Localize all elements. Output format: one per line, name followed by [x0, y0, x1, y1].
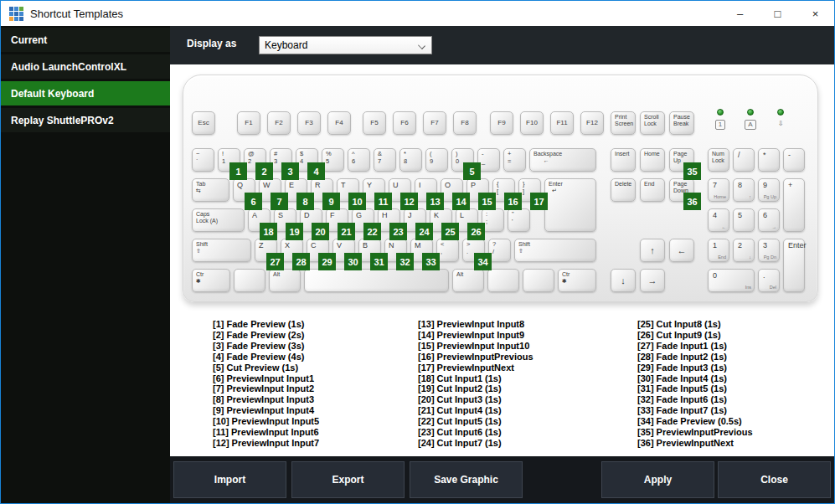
key-page-down[interactable]: Page Down36 [669, 178, 694, 202]
key-v[interactable]: V30 [332, 239, 355, 262]
key-f7[interactable]: F7 [423, 111, 446, 135]
numpad-key-blank[interactable]: .Del [758, 269, 780, 292]
key-arrow-down[interactable]: ↓ [611, 269, 636, 292]
key-arrow-right[interactable]: → [640, 269, 665, 292]
key-f9[interactable]: F9 [490, 111, 513, 135]
key-b[interactable]: B31 [358, 239, 381, 262]
display-as-dropdown[interactable]: Keyboard [259, 36, 432, 54]
key-blank[interactable]: ? / [488, 239, 511, 262]
key-f12[interactable]: F12 [580, 111, 604, 135]
sidebar-item-current[interactable]: Current [1, 28, 170, 52]
key-3[interactable]: # 33 [270, 148, 292, 172]
numpad-key-blank[interactable]: + [783, 178, 805, 232]
key-key[interactable] [487, 269, 519, 292]
key-pause-break[interactable]: Pause Break [669, 111, 694, 135]
key-print-screen[interactable]: Print Screen [611, 111, 636, 135]
key-page-up[interactable]: Page Up35 [669, 148, 694, 172]
key-f6[interactable]: F6 [393, 111, 416, 135]
key-n[interactable]: N32 [384, 239, 407, 262]
apply-button[interactable]: Apply [601, 461, 714, 498]
key-blank[interactable]: < , [436, 239, 459, 262]
key-insert[interactable]: Insert [611, 148, 636, 172]
key-blank[interactable]: " ' [508, 208, 530, 232]
key-key[interactable] [234, 269, 265, 292]
sidebar-item-replay-shuttleprov2[interactable]: Replay ShuttlePROv2 [1, 108, 170, 132]
key-key[interactable] [523, 269, 554, 292]
key-r[interactable]: R9 [311, 178, 333, 202]
key-i[interactable]: I13 [415, 178, 437, 202]
close-button[interactable]: Close [718, 461, 831, 498]
key-9[interactable]: ( 9 [425, 148, 448, 172]
key-p[interactable]: P15 [466, 178, 489, 202]
key-2[interactable]: @ 22 [244, 148, 266, 172]
save-graphic-button[interactable]: Save Graphic [410, 461, 523, 498]
key-ctr[interactable]: Ctr ✱ [192, 269, 230, 292]
key-o[interactable]: O14 [441, 178, 463, 202]
key-4[interactable]: $ 44 [296, 148, 318, 172]
key-6[interactable]: ^ 6 [348, 148, 370, 172]
key-blank[interactable]: } ]17 [518, 178, 541, 202]
key-f[interactable]: F21 [326, 208, 348, 232]
key-e[interactable]: E8 [285, 178, 307, 202]
key-d[interactable]: D20 [300, 208, 322, 232]
numpad-key-2[interactable]: 2↓ [733, 239, 755, 262]
key-s[interactable]: S19 [274, 208, 296, 232]
numpad-key-4[interactable]: 4← [708, 208, 729, 232]
key-y[interactable]: Y11 [363, 178, 385, 202]
key-alt[interactable]: Alt [452, 269, 484, 292]
export-button[interactable]: Export [291, 461, 405, 498]
key-q[interactable]: Q6 [233, 178, 255, 202]
key-arrow-up[interactable]: ↑ [640, 239, 665, 262]
key-blank[interactable]: > .34 [462, 239, 485, 262]
key-tab[interactable]: Tab ⇆ [192, 178, 229, 202]
sidebar-item-default-keyboard[interactable]: Default Keyboard [1, 81, 170, 105]
key-k[interactable]: K25 [430, 208, 452, 232]
key-caps-lock-a[interactable]: Caps Lock (A) [192, 208, 245, 232]
key-ctr[interactable]: Ctr ✱ [558, 269, 596, 292]
maximize-button[interactable]: □ [759, 1, 796, 26]
numpad-key-blank[interactable]: / [733, 148, 755, 172]
numpad-key-blank[interactable]: * [758, 148, 780, 172]
key-f8[interactable]: F8 [453, 111, 477, 135]
key-home[interactable]: Home [640, 148, 665, 172]
key-l[interactable]: L26 [456, 208, 478, 232]
key-f2[interactable]: F2 [267, 111, 291, 135]
key-c[interactable]: C29 [307, 239, 329, 262]
numpad-key-7[interactable]: 7Home [708, 178, 729, 202]
key-a[interactable]: A18 [248, 208, 271, 232]
import-button[interactable]: Import [173, 461, 286, 498]
key-key[interactable] [304, 269, 449, 292]
numpad-key-enter[interactable]: Enter [783, 239, 805, 292]
key-1[interactable]: ! 11 [218, 148, 240, 172]
key-esc[interactable]: Esc [192, 111, 215, 135]
sidebar-item-audio-launchcontrolxl[interactable]: Audio LaunchControlXL [1, 54, 170, 79]
key-u[interactable]: U12 [389, 178, 411, 202]
numpad-key-6[interactable]: 6→ [758, 208, 780, 232]
key-7[interactable]: & 7 [374, 148, 396, 172]
key-arrow-left[interactable]: ← [669, 239, 694, 262]
key-t[interactable]: T10 [337, 178, 359, 202]
key-z[interactable]: Z27 [255, 239, 277, 262]
key-blank[interactable]: + = [503, 148, 526, 172]
key-blank[interactable]: - _ [477, 148, 500, 172]
key-g[interactable]: G22 [352, 208, 374, 232]
numpad-key-blank[interactable]: - [783, 148, 805, 172]
key-8[interactable]: * 8 [399, 148, 422, 172]
key-end[interactable]: End [640, 178, 665, 202]
key-num-lock[interactable]: Num Lock [708, 148, 729, 172]
key-blank[interactable]: : ; [482, 208, 504, 232]
minimize-button[interactable]: – [721, 1, 759, 26]
close-window-button[interactable]: × [796, 1, 834, 26]
key-f5[interactable]: F5 [363, 111, 386, 135]
key-scroll-lock[interactable]: Scroll Lock [640, 111, 665, 135]
key-f4[interactable]: F4 [327, 111, 351, 135]
key-blank[interactable]: { [16 [492, 178, 515, 202]
key-shift[interactable]: Shift ⇧ [192, 239, 251, 262]
key-f11[interactable]: F11 [550, 111, 574, 135]
numpad-key-1[interactable]: 1End [708, 239, 729, 262]
numpad-key-0[interactable]: 0Ins [708, 269, 755, 292]
numpad-key-5[interactable]: 5 [733, 208, 755, 232]
key-alt[interactable]: Alt [269, 269, 301, 292]
key-5[interactable]: % 5 [322, 148, 344, 172]
key-w[interactable]: W7 [259, 178, 281, 202]
